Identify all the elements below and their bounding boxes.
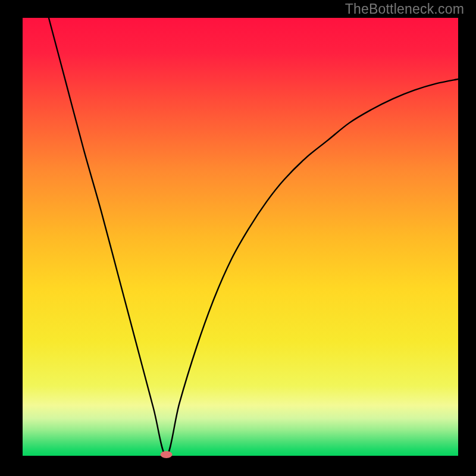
bottleneck-chart [0,0,476,476]
minimum-marker [161,451,173,458]
watermark-text: TheBottleneck.com [345,1,464,17]
plot-background [23,18,458,456]
chart-frame: TheBottleneck.com [0,0,476,476]
